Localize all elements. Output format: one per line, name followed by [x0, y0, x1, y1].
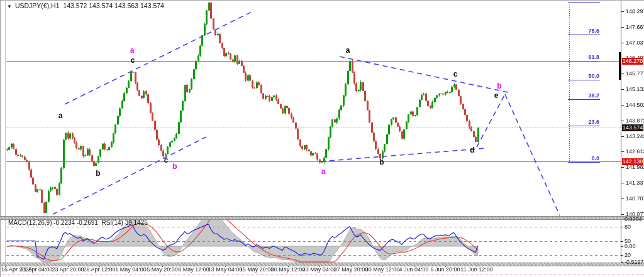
price-axis-label: 147.037	[626, 40, 644, 46]
plot-left-border	[5, 0, 6, 264]
price-axis-label: 148.297	[626, 8, 644, 14]
symbol-quote-text: USDJPY(€),H1 143.572 143.574 143.563 143…	[15, 2, 164, 9]
price-axis-label: 142.612	[626, 148, 644, 155]
chart-title: ▼USDJPY(€),H1 143.572 143.574 143.563 14…	[7, 2, 164, 9]
price-axis-label: 146.407	[626, 55, 644, 61]
indicator-axis-label: 80	[625, 224, 631, 230]
price-chart-canvas[interactable]	[0, 0, 644, 277]
chevron-down-icon[interactable]: ▼	[7, 4, 12, 9]
price-axis-label: 145.777	[626, 70, 644, 77]
price-axis-label: 147.667	[626, 24, 644, 30]
time-axis-label: 11 Jun 12:00	[455, 266, 499, 273]
window-left-border	[0, 0, 1, 277]
bottom-dotted-line	[0, 274, 644, 275]
price-axis-label: 143.242	[626, 133, 644, 139]
indicator-axis-label: 0.00	[625, 243, 636, 249]
price-axis-label: 143.872	[626, 117, 644, 124]
time-axis[interactable]: 16 Apr 202521 Apr 04:0023 Apr 20:0028 Ap…	[0, 264, 644, 277]
price-axis-label: 144.502	[626, 102, 644, 108]
price-axis[interactable]: 148.297147.667147.037146.407145.777145.1…	[621, 0, 644, 264]
price-axis-label: 141.337	[626, 180, 644, 186]
indicator-label: MACD(12,26,9) -0.2234 -0.2691 RSI(14) 39…	[8, 219, 148, 226]
price-axis-label: 141.982	[626, 164, 644, 170]
trading-chart-window: ▼USDJPY(€),H1 143.572 143.574 143.563 14…	[0, 0, 644, 277]
indicator-axis-label: 0.8264	[625, 216, 642, 222]
window-top-border	[0, 0, 644, 1]
price-axis-label: 145.132	[626, 86, 644, 92]
indicator-axis-label: 20	[625, 252, 631, 258]
price-axis-label: 140.707	[626, 195, 644, 202]
